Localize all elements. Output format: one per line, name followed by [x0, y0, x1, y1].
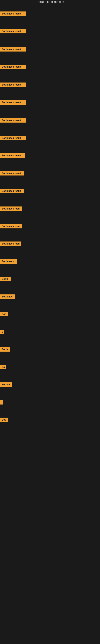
bottleneck-label-1: Bottleneck result — [0, 12, 26, 16]
bottleneck-label-23: | — [0, 400, 3, 404]
bottleneck-label-14: Bottleneck resu — [0, 242, 21, 246]
bottleneck-bar-11: Bottleneck result — [0, 189, 24, 194]
bottleneck-bar-2: Bottleneck result — [0, 29, 26, 34]
bottleneck-label-8: Bottleneck result — [0, 136, 26, 140]
bottleneck-label-20: Bottle — [0, 347, 10, 352]
bottleneck-label-7: Bottleneck result — [0, 118, 26, 122]
bottleneck-bar-17: Bottlenec — [0, 294, 15, 300]
bottleneck-bar-13: Bottleneck resu — [0, 224, 22, 229]
bottleneck-bar-24: Bott — [0, 418, 8, 423]
bottleneck-label-16: Bottle — [0, 277, 11, 281]
bottleneck-bar-22: Bottlen — [0, 382, 12, 388]
bottleneck-label-21: Bo — [0, 365, 6, 369]
bottleneck-bar-14: Bottleneck resu — [0, 242, 21, 247]
bottleneck-label-15: Bottleneck — [0, 259, 17, 264]
bottleneck-label-6: Bottleneck result — [0, 100, 26, 105]
bottleneck-label-10: Bottleneck result — [0, 171, 24, 176]
bottleneck-label-4: Bottleneck result — [0, 64, 26, 69]
bars-container: Bottleneck resultBottleneck resultBottle… — [0, 0, 100, 644]
bottleneck-label-22: Bottlen — [0, 382, 12, 387]
bottleneck-label-11: Bottleneck result — [0, 189, 24, 193]
bottleneck-bar-6: Bottleneck result — [0, 100, 26, 106]
bottleneck-bar-16: Bottle — [0, 277, 11, 282]
bottleneck-label-24: Bott — [0, 418, 8, 422]
bottleneck-bar-15: Bottleneck — [0, 259, 17, 264]
bottleneck-bar-9: Bottleneck result — [0, 153, 25, 158]
bottleneck-bar-10: Bottleneck result — [0, 171, 24, 176]
bottleneck-bar-8: Bottleneck result — [0, 136, 26, 141]
bottleneck-label-17: Bottlenec — [0, 294, 15, 299]
bottleneck-bar-21: Bo — [0, 365, 6, 370]
bottleneck-label-13: Bottleneck resu — [0, 224, 22, 228]
bottleneck-bar-23: | — [0, 400, 3, 405]
bottleneck-bar-1: Bottleneck result — [0, 12, 26, 17]
bottleneck-label-9: Bottleneck result — [0, 153, 25, 158]
bottleneck-bar-5: Bottleneck result — [0, 82, 26, 88]
bottleneck-label-5: Bottleneck result — [0, 82, 26, 87]
bottleneck-bar-19: B — [0, 330, 3, 335]
bottleneck-bar-12: Bottleneck resu — [0, 206, 22, 212]
bottleneck-bar-7: Bottleneck result — [0, 118, 26, 123]
bottleneck-label-3: Bottleneck result — [0, 47, 26, 52]
bottleneck-label-19: B — [0, 330, 3, 334]
bottleneck-bar-20: Bottle — [0, 347, 10, 352]
bottleneck-bar-18: Bott — [0, 312, 8, 317]
bottleneck-bar-4: Bottleneck result — [0, 64, 26, 70]
bottleneck-label-2: Bottleneck result — [0, 29, 26, 34]
bottleneck-label-18: Bott — [0, 312, 8, 316]
bottleneck-bar-3: Bottleneck result — [0, 47, 26, 52]
bottleneck-label-12: Bottleneck resu — [0, 206, 22, 211]
